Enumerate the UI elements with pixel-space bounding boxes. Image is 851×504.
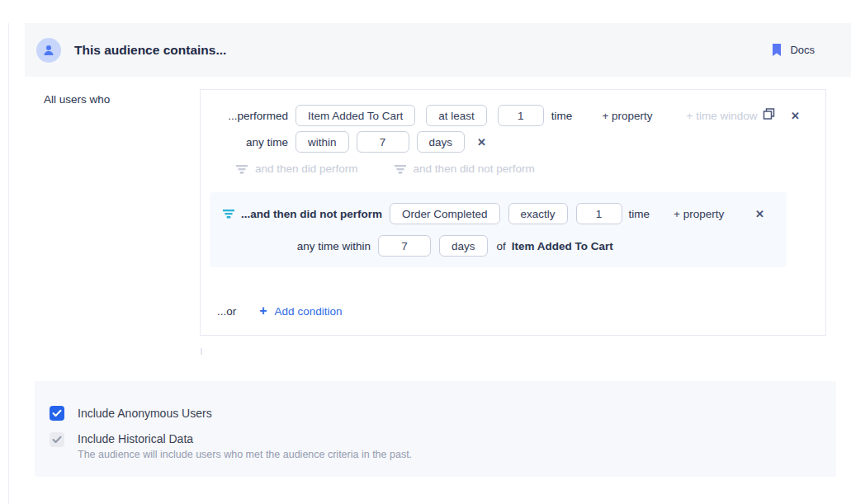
or-label: ...or <box>217 305 236 318</box>
check-icon <box>52 409 62 417</box>
remove-time-window-button[interactable]: ✕ <box>477 137 486 148</box>
or-row: ...or + Add condition <box>217 304 342 318</box>
add-condition-button[interactable]: + Add condition <box>259 304 342 318</box>
performed-label: ...performed <box>201 110 288 122</box>
include-historical-description: The audience will include users who met … <box>78 449 412 460</box>
condition-group: ...performed Item Added To Cart at least… <box>200 89 826 336</box>
plus-icon: + <box>259 304 267 318</box>
add-property-button[interactable]: + property <box>602 110 652 122</box>
nested-condition-box: ...and then did not perform Order Comple… <box>210 192 787 267</box>
all-users-who-label: All users who <box>44 93 110 106</box>
reference-event-label: Item Added To Cart <box>512 240 613 252</box>
options-panel: Include Anonymous Users Include Historic… <box>35 381 836 477</box>
and-then-did-perform-option[interactable]: and then did perform <box>236 163 358 175</box>
any-time-within-label: any time within <box>210 240 371 252</box>
filter-icon <box>395 164 406 174</box>
include-historical-checkbox[interactable] <box>50 432 64 447</box>
include-anonymous-label: Include Anonymous Users <box>78 407 212 420</box>
remove-condition2-button[interactable]: ✕ <box>755 209 764 219</box>
time-value-input[interactable] <box>357 131 409 153</box>
include-anonymous-checkbox[interactable] <box>50 406 64 421</box>
check-icon-grey <box>52 436 62 444</box>
time-unit-label: time <box>551 110 573 122</box>
page-left-divider <box>8 23 9 504</box>
and-then-did-not-perform-label: and then did not perform <box>414 163 535 175</box>
time-unit2-label: time <box>629 208 650 220</box>
event2-select[interactable]: Order Completed <box>390 203 500 224</box>
duplicate-condition-button[interactable] <box>763 108 775 124</box>
operator-select[interactable]: at least <box>426 105 487 126</box>
condition1-time-row: any time within days ✕ <box>201 131 825 153</box>
copy-icon <box>763 108 775 120</box>
avatar <box>36 38 61 63</box>
time-unit2-select[interactable]: days <box>439 235 488 257</box>
bookmark-icon <box>772 44 782 57</box>
filter-icon-teal <box>223 209 234 219</box>
condition2-time-row: any time within days of Item Added To Ca… <box>210 235 787 257</box>
user-icon <box>42 44 55 57</box>
time-value2-input[interactable] <box>378 235 431 257</box>
historical-data-row: Include Historical Data The audience wil… <box>50 432 412 460</box>
time-operator-select[interactable]: within <box>295 131 349 153</box>
docs-button[interactable]: Docs <box>772 44 815 57</box>
docs-label: Docs <box>790 44 815 56</box>
and-then-did-not-perform-option[interactable]: and then did not perform <box>395 163 535 175</box>
count-input[interactable] <box>498 105 544 126</box>
filter-icon <box>236 164 248 174</box>
of-label: of <box>497 240 506 252</box>
add-condition-label: Add condition <box>275 305 343 318</box>
time-unit-select[interactable]: days <box>417 131 466 153</box>
condition2-row: ...and then did not perform Order Comple… <box>223 203 773 224</box>
and-then-did-perform-label: and then did perform <box>255 163 358 175</box>
header: This audience contains... Docs <box>25 23 851 77</box>
add-time-window-button[interactable]: + time window <box>687 110 758 122</box>
remove-condition1-button[interactable]: ✕ <box>791 111 800 121</box>
operator2-select[interactable]: exactly <box>508 203 568 224</box>
then-options-row: and then did perform and then did not pe… <box>236 163 535 175</box>
count2-input[interactable] <box>576 203 622 224</box>
did-not-perform-label: ...and then did not perform <box>241 208 382 220</box>
include-historical-label: Include Historical Data <box>78 432 412 445</box>
add-property2-button[interactable]: + property <box>674 208 724 220</box>
event-select[interactable]: Item Added To Cart <box>295 105 415 126</box>
next-group-stub <box>201 348 202 355</box>
historical-text-block: Include Historical Data The audience wil… <box>78 432 412 460</box>
any-time-label: any time <box>201 136 288 148</box>
condition1-row: ...performed Item Added To Cart at least… <box>201 105 825 126</box>
anonymous-users-row: Include Anonymous Users <box>50 406 212 421</box>
page-title: This audience contains... <box>74 43 226 58</box>
